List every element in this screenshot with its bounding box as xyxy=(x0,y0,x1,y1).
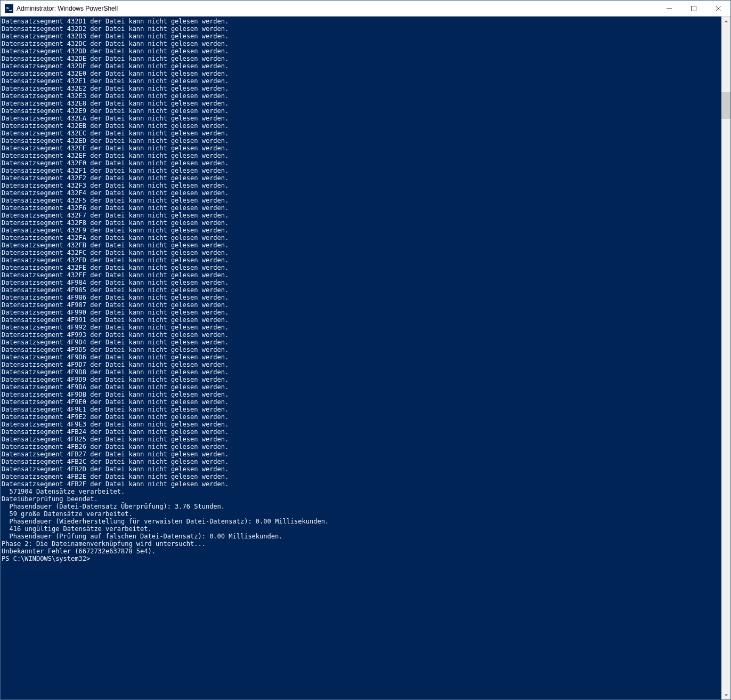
maximize-icon xyxy=(691,6,696,11)
powershell-window: >_ Administrator: Windows PowerShell Dat… xyxy=(0,0,731,700)
terminal-line: Datensatzsegment 432D1 der Datei kann ni… xyxy=(2,18,721,25)
window-title: Administrator: Windows PowerShell xyxy=(17,5,118,12)
terminal-line: Phasendauer (Wiederherstellung für verwa… xyxy=(2,518,721,525)
terminal-line: Datensatzsegment 432F8 der Datei kann ni… xyxy=(2,219,721,227)
terminal-line: Datensatzsegment 4F9D6 der Datei kann ni… xyxy=(2,353,721,361)
terminal-line: Datensatzsegment 432EC der Datei kann ni… xyxy=(2,130,721,137)
terminal-line: Phasendauer (Prüfung auf falschen Datei-… xyxy=(2,533,721,540)
terminal-line: Datensatzsegment 432FC der Datei kann ni… xyxy=(2,249,721,256)
scroll-up-button[interactable] xyxy=(721,17,730,26)
terminal-line: Datensatzsegment 432F5 der Datei kann ni… xyxy=(2,197,721,204)
terminal-line: Datensatzsegment 4FB2F der Datei kann ni… xyxy=(2,480,721,488)
terminal-line: Datensatzsegment 4F993 der Datei kann ni… xyxy=(2,331,721,339)
terminal-line: Datensatzsegment 432FD der Datei kann ni… xyxy=(2,256,721,264)
terminal-line: Datensatzsegment 432EA der Datei kann ni… xyxy=(2,115,721,122)
terminal-line: Datensatzsegment 432FE der Datei kann ni… xyxy=(2,264,721,271)
terminal-line: Datensatzsegment 4FB2E der Datei kann ni… xyxy=(2,473,721,480)
terminal-line: Datensatzsegment 4F987 der Datei kann ni… xyxy=(2,301,721,309)
terminal-line: Datensatzsegment 4F9D5 der Datei kann ni… xyxy=(2,346,721,353)
terminal-output[interactable]: Datensatzsegment 432D1 der Datei kann ni… xyxy=(1,17,721,699)
terminal-line: Datensatzsegment 4F9D4 der Datei kann ni… xyxy=(2,339,721,346)
terminal-line: Datensatzsegment 432E9 der Datei kann ni… xyxy=(2,107,721,115)
terminal-line: 416 ungültige Datensätze verarbeitet. xyxy=(2,525,721,533)
terminal-line: Datensatzsegment 432F4 der Datei kann ni… xyxy=(2,189,721,197)
terminal-line: Datensatzsegment 432DE der Datei kann ni… xyxy=(2,55,721,62)
terminal-line: Datensatzsegment 432F7 der Datei kann ni… xyxy=(2,212,721,219)
terminal-line: Datensatzsegment 4F9D7 der Datei kann ni… xyxy=(2,361,721,368)
terminal-line: Datensatzsegment 432E0 der Datei kann ni… xyxy=(2,70,721,77)
terminal-line: Datensatzsegment 432E1 der Datei kann ni… xyxy=(2,77,721,85)
terminal-line: Datensatzsegment 432E2 der Datei kann ni… xyxy=(2,85,721,92)
terminal-line: Datensatzsegment 4F9E1 der Datei kann ni… xyxy=(2,406,721,413)
powershell-icon: >_ xyxy=(5,4,13,13)
terminal-line: Datensatzsegment 4FB2D der Datei kann ni… xyxy=(2,465,721,473)
minimize-icon xyxy=(667,6,672,11)
scrollbar-track[interactable] xyxy=(721,26,730,690)
terminal-line: Datensatzsegment 4FB26 der Datei kann ni… xyxy=(2,443,721,450)
terminal-line: 571904 Datensätze verarbeitet. xyxy=(2,488,721,495)
terminal-line: Datensatzsegment 4F9D8 der Datei kann ni… xyxy=(2,368,721,376)
terminal-line: Datensatzsegment 4FB25 der Datei kann ni… xyxy=(2,436,721,443)
terminal-line: Datensatzsegment 432EE der Datei kann ni… xyxy=(2,144,721,152)
terminal-line: Datensatzsegment 432FB der Datei kann ni… xyxy=(2,242,721,249)
terminal-line: PS C:\WINDOWS\system32> xyxy=(2,555,721,562)
terminal-line: Datensatzsegment 4FB24 der Datei kann ni… xyxy=(2,428,721,436)
terminal-line: Datensatzsegment 4F991 der Datei kann ni… xyxy=(2,316,721,324)
terminal-line: Unbekannter Fehler (6672732e637878 5e4). xyxy=(2,548,721,555)
svg-rect-0 xyxy=(692,6,696,11)
terminal-line: Datensatzsegment 432ED der Datei kann ni… xyxy=(2,137,721,144)
terminal-line: Datensatzsegment 432D3 der Datei kann ni… xyxy=(2,33,721,40)
terminal-line: Datensatzsegment 432DF der Datei kann ni… xyxy=(2,62,721,70)
terminal-line: Datensatzsegment 432F6 der Datei kann ni… xyxy=(2,204,721,212)
terminal-line: Datensatzsegment 4FB2C der Datei kann ni… xyxy=(2,458,721,465)
minimize-button[interactable] xyxy=(657,1,681,17)
terminal-line: Datensatzsegment 432FA der Datei kann ni… xyxy=(2,234,721,242)
terminal-line: Datensatzsegment 432DC der Datei kann ni… xyxy=(2,40,721,47)
terminal-line: Datensatzsegment 4F990 der Datei kann ni… xyxy=(2,309,721,316)
terminal-line: Datensatzsegment 4F992 der Datei kann ni… xyxy=(2,324,721,331)
terminal-line: Datensatzsegment 4F9E3 der Datei kann ni… xyxy=(2,421,721,428)
client-area: Datensatzsegment 432D1 der Datei kann ni… xyxy=(1,17,730,699)
terminal-line: Datensatzsegment 432DD der Datei kann ni… xyxy=(2,47,721,55)
terminal-line: Datensatzsegment 4F9DA der Datei kann ni… xyxy=(2,383,721,391)
terminal-line: Datensatzsegment 4F986 der Datei kann ni… xyxy=(2,294,721,301)
terminal-line: Phasendauer (Datei-Datensatz Überprüfung… xyxy=(2,503,721,510)
terminal-line: Datensatzsegment 432EB der Datei kann ni… xyxy=(2,122,721,130)
titlebar[interactable]: >_ Administrator: Windows PowerShell xyxy=(1,1,730,17)
terminal-line: Datensatzsegment 4FB27 der Datei kann ni… xyxy=(2,450,721,458)
terminal-line: Datensatzsegment 432F0 der Datei kann ni… xyxy=(2,159,721,167)
scroll-down-button[interactable] xyxy=(721,690,730,699)
close-icon xyxy=(716,6,721,11)
terminal-line: Datensatzsegment 4F9D9 der Datei kann ni… xyxy=(2,376,721,383)
terminal-line: Datensatzsegment 432EF der Datei kann ni… xyxy=(2,152,721,159)
terminal-line: Datensatzsegment 4F9E0 der Datei kann ni… xyxy=(2,398,721,406)
vertical-scrollbar[interactable] xyxy=(721,17,730,699)
chevron-up-icon xyxy=(724,19,728,23)
terminal-line: Datensatzsegment 432F3 der Datei kann ni… xyxy=(2,182,721,189)
terminal-line: Datensatzsegment 432E8 der Datei kann ni… xyxy=(2,100,721,107)
terminal-line: Datensatzsegment 432F1 der Datei kann ni… xyxy=(2,167,721,174)
terminal-line: Datensatzsegment 432F9 der Datei kann ni… xyxy=(2,227,721,234)
close-button[interactable] xyxy=(706,1,730,17)
terminal-line: 59 große Datensätze verarbeitet. xyxy=(2,510,721,518)
terminal-line: Dateiüberprüfung beendet. xyxy=(2,495,721,503)
terminal-line: Phase 2: Die Dateinamenverknüpfung wird … xyxy=(2,540,721,548)
terminal-line: Datensatzsegment 4F984 der Datei kann ni… xyxy=(2,279,721,286)
terminal-line: Datensatzsegment 432E3 der Datei kann ni… xyxy=(2,92,721,100)
terminal-line: Datensatzsegment 432F2 der Datei kann ni… xyxy=(2,174,721,182)
terminal-line: Datensatzsegment 4F9E2 der Datei kann ni… xyxy=(2,413,721,421)
maximize-button[interactable] xyxy=(681,1,706,17)
terminal-line: Datensatzsegment 4F9DB der Datei kann ni… xyxy=(2,391,721,398)
scrollbar-thumb[interactable] xyxy=(721,92,730,119)
terminal-line: Datensatzsegment 4F985 der Datei kann ni… xyxy=(2,286,721,294)
chevron-down-icon xyxy=(724,693,728,697)
terminal-line: Datensatzsegment 432D2 der Datei kann ni… xyxy=(2,25,721,33)
terminal-line: Datensatzsegment 432FF der Datei kann ni… xyxy=(2,271,721,279)
